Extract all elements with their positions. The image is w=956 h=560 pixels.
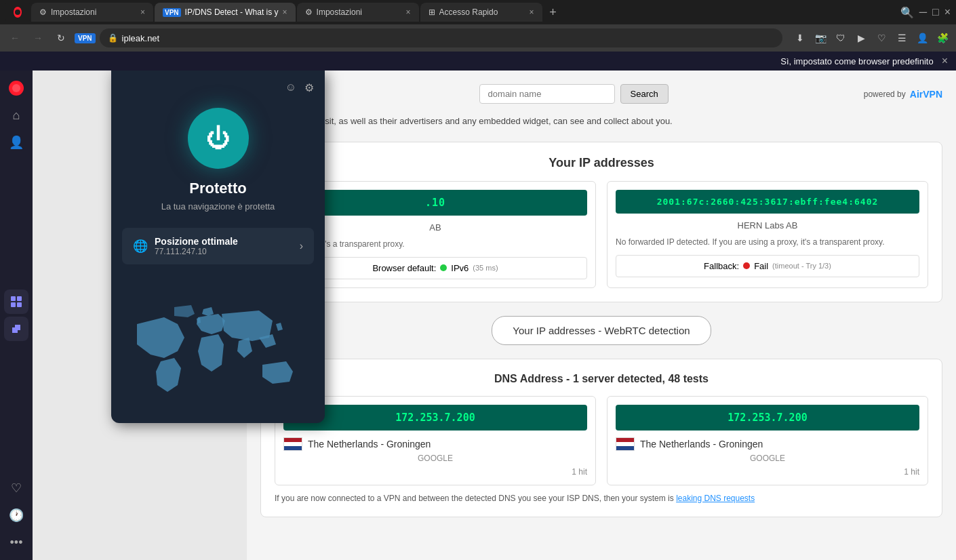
- search-button[interactable]: Search: [620, 84, 669, 104]
- tab-close-4[interactable]: ×: [530, 7, 534, 17]
- sidebar-home-icon[interactable]: ⌂: [4, 103, 28, 127]
- sidebar-user-icon[interactable]: 👤: [4, 130, 28, 155]
- fallback-label: Fallback:: [704, 261, 739, 271]
- tab-close-3[interactable]: ×: [406, 7, 411, 17]
- close-window-icon[interactable]: ×: [944, 6, 951, 18]
- tab-impostazioni-2[interactable]: ⚙ Impostazioni ×: [297, 3, 419, 22]
- dns-cards: 172.253.7.200 The Netherlands - Groninge…: [275, 396, 928, 485]
- ipv6-address-box: 2001:67c:2660:425:3617:ebff:fee4:6402: [616, 190, 919, 214]
- tab-ipdns[interactable]: VPN IP/DNS Detect - What is y ×: [155, 3, 296, 22]
- notification-close-button[interactable]: ×: [942, 55, 948, 67]
- tab-impostazioni-1[interactable]: ⚙ Impostazioni ×: [31, 3, 153, 22]
- camera-icon[interactable]: 📷: [812, 30, 829, 46]
- tab-close-1[interactable]: ×: [140, 7, 145, 17]
- download-icon[interactable]: ⬇: [792, 30, 808, 46]
- dns-address-1: 172.253.7.200: [283, 405, 587, 431]
- vpn-location-arrow-icon: ›: [300, 240, 303, 252]
- svg-rect-3: [17, 296, 22, 301]
- dns-leak-description: If you are now connected to a VPN and be…: [275, 494, 674, 503]
- vpn-popup: ☺ ⚙ ⏻ Protetto La tua navigazione è prot…: [111, 71, 325, 423]
- vpn-status-title: Protetto: [189, 180, 246, 197]
- sidebar-clock-icon[interactable]: 🕐: [4, 503, 28, 527]
- vpn-location-name: Posizione ottimale: [155, 236, 293, 247]
- domain-input[interactable]: [479, 84, 615, 104]
- dns-section: DNS Address - 1 server detected, 48 test…: [260, 359, 942, 517]
- vpn-power-button[interactable]: ⏻: [188, 108, 249, 169]
- reload-button[interactable]: ↻: [52, 28, 71, 47]
- vpn-status-subtitle: La tua navigazione è protetta: [161, 201, 275, 212]
- vpn-power-icon: ⏻: [206, 124, 231, 153]
- browser-chrome: ⚙ Impostazioni × VPN IP/DNS Detect - Wha…: [0, 0, 956, 71]
- menu-icon[interactable]: ☰: [894, 30, 910, 46]
- dns-address-2: 172.253.7.200: [616, 405, 919, 431]
- ipv4-isp: AB: [283, 222, 587, 233]
- dns-hits-1: 1 hit: [283, 467, 587, 477]
- netherlands-flag-2: [616, 437, 635, 451]
- page-content: IPL Search powered by AirVPN ll the site…: [247, 71, 956, 560]
- tab-label-2: IP/DNS Detect - What is y: [185, 7, 279, 17]
- ipv4-status: Browser default: IPv6 (35 ms): [283, 257, 587, 279]
- sidebar-apps-icon[interactable]: [4, 289, 28, 314]
- vpn-settings-icon[interactable]: ⚙: [304, 81, 314, 94]
- vpn-smiley-icon[interactable]: ☺: [285, 81, 296, 94]
- maximize-icon[interactable]: □: [932, 6, 939, 18]
- main-area: ☺ ⚙ ⏻ Protetto La tua navigazione è prot…: [33, 71, 956, 560]
- ipv6-fail-detail: (timeout - Try 1/3): [772, 262, 831, 270]
- svg-point-1: [12, 84, 20, 92]
- opera-tab-icon: [5, 3, 30, 22]
- address-bar[interactable]: 🔒 ipleak.net: [100, 28, 782, 47]
- search-area: Search: [479, 84, 669, 104]
- dns-location-1: The Netherlands - Groningen: [283, 437, 587, 451]
- ipv4-latency: (35 ms): [473, 264, 498, 272]
- tab-accesso-rapido[interactable]: ⊞ Accesso Rapido ×: [420, 3, 542, 22]
- ip-cards: .10 AB g a proxy, it's a transparent pro…: [275, 181, 928, 288]
- heart-icon[interactable]: ♡: [873, 30, 890, 46]
- new-tab-button[interactable]: +: [544, 3, 563, 22]
- sidebar-extensions-icon[interactable]: [4, 317, 28, 341]
- vpn-badge[interactable]: VPN: [75, 33, 96, 43]
- ip-section-title: Your IP addresses: [275, 156, 928, 170]
- tab-label-4: Accesso Rapido: [439, 7, 498, 17]
- tab-close-2[interactable]: ×: [283, 7, 287, 17]
- sidebar: ⌂ 👤 ♡ 🕐 •••: [0, 71, 33, 560]
- dns-leak-link[interactable]: leaking DNS requests: [676, 494, 755, 503]
- dns-provider-1: GOOGLE: [283, 454, 587, 463]
- netherlands-flag-1: [283, 437, 302, 451]
- back-button[interactable]: ←: [5, 28, 24, 47]
- vpn-location-ip: 77.111.247.10: [155, 247, 293, 256]
- svg-rect-5: [17, 302, 22, 307]
- info-text: ll the sites you visit, as well as their…: [260, 115, 942, 128]
- search-icon[interactable]: 🔍: [900, 6, 914, 19]
- ipv6-status-dot: [743, 262, 750, 269]
- vpn-location-info: Posizione ottimale 77.111.247.10: [155, 236, 293, 256]
- sidebar-more-icon[interactable]: •••: [4, 530, 28, 555]
- shield-icon[interactable]: 🛡: [833, 30, 849, 46]
- ipv6-status: Fallback: Fail (timeout - Try 1/3): [616, 255, 919, 277]
- sidebar-heart-icon[interactable]: ♡: [4, 476, 28, 500]
- forward-button[interactable]: →: [28, 28, 47, 47]
- ipv6-fail-text: Fail: [754, 261, 768, 271]
- tab-gear-icon-2: ⚙: [305, 7, 313, 17]
- webrtc-button[interactable]: Your IP addresses - WebRTC detection: [492, 316, 711, 345]
- tab-gear-icon-1: ⚙: [39, 7, 47, 17]
- dns-country-1: The Netherlands - Groningen: [308, 439, 431, 449]
- tab-bar: ⚙ Impostazioni × VPN IP/DNS Detect - Wha…: [0, 0, 956, 24]
- extensions-icon[interactable]: 🧩: [934, 30, 951, 46]
- svg-rect-2: [11, 296, 16, 301]
- cast-icon[interactable]: ▶: [853, 30, 869, 46]
- window-controls: 🔍 ─ □ ×: [900, 6, 951, 19]
- dns-location-2: The Netherlands - Groningen: [616, 437, 919, 451]
- vpn-location-selector[interactable]: 🌐 Posizione ottimale 77.111.247.10 ›: [122, 228, 314, 264]
- profile-icon[interactable]: 👤: [914, 30, 930, 46]
- webrtc-section: Your IP addresses - WebRTC detection: [260, 316, 942, 345]
- tab-label-3: Impostazioni: [317, 7, 362, 17]
- sidebar-opera-logo[interactable]: [4, 76, 28, 100]
- tab-grid-icon: ⊞: [429, 7, 435, 17]
- ipv4-address-box: .10: [283, 190, 587, 216]
- airvpn-brand-text: AirVPN: [910, 89, 942, 100]
- nav-bar-right: ⬇ 📷 🛡 ▶ ♡ ☰ 👤 🧩: [792, 30, 951, 46]
- dns-hits-2: 1 hit: [616, 467, 919, 477]
- address-text: ipleak.net: [122, 33, 160, 43]
- vpn-world-map: [122, 278, 314, 412]
- minimize-icon[interactable]: ─: [919, 6, 927, 18]
